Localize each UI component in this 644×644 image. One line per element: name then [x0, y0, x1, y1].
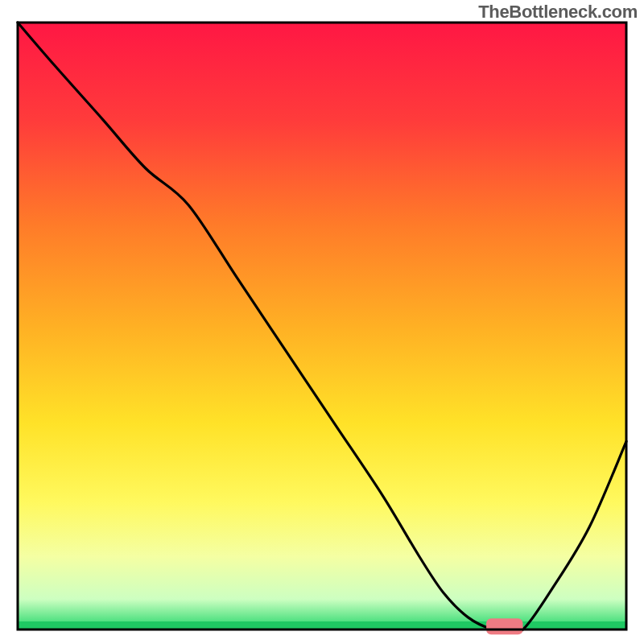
optimal-marker: [486, 618, 522, 634]
bottleneck-plot: [0, 0, 644, 644]
plot-background: [18, 23, 626, 630]
chart-canvas: TheBottleneck.com: [0, 0, 644, 644]
